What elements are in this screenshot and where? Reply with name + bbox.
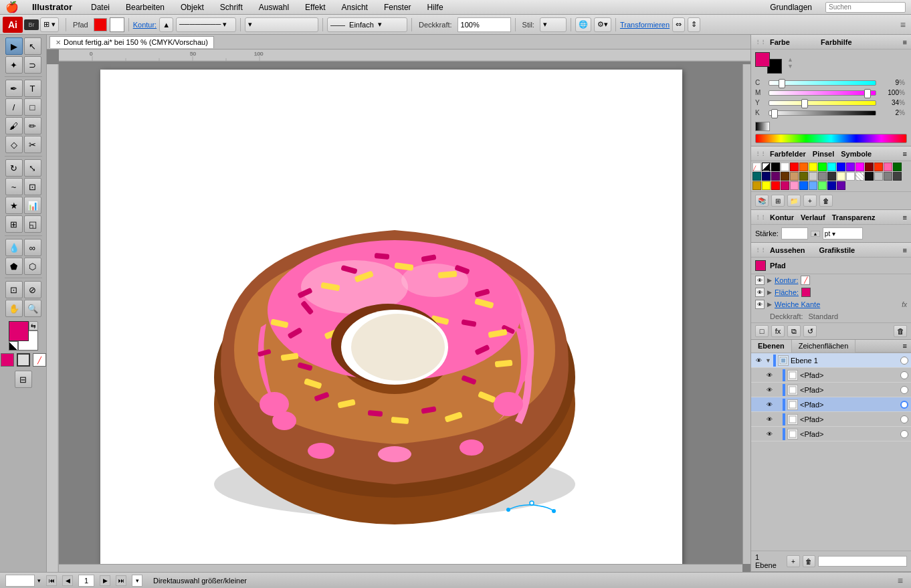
settings-icon-btn[interactable]: ⚙▾ [594,17,611,32]
eyedropper-tool[interactable]: 💧 [5,239,23,256]
horizontal-scrollbar[interactable] [59,564,742,572]
swatch-cyan[interactable] [827,163,836,171]
zeichenflachen-tab[interactable]: Zeichenflächen [792,340,856,353]
kontur-dropdown[interactable]: ──────── ▾ [176,17,236,32]
layer-pfad4[interactable]: 👁 ▶ <Pfad> [751,412,911,427]
rect-tool[interactable]: □ [24,98,41,116]
new-color-group-btn[interactable]: 📁 [787,195,801,207]
ebenen-search[interactable] [818,556,907,567]
fg-small-box[interactable] [755,52,770,67]
swatch-yellow2[interactable] [762,181,771,190]
style-dropdown[interactable]: ▾ [245,17,318,32]
delete-layer-btn[interactable]: 🗑 [803,555,815,567]
swatch-dotted[interactable] [855,172,864,181]
type-tool[interactable]: T [24,80,41,97]
starke-input[interactable] [781,227,808,239]
magic-wand-tool[interactable]: ✦ [5,56,23,74]
line-tool[interactable]: / [5,98,23,116]
lasso-tool[interactable]: ⊃ [24,56,41,74]
swatch-red[interactable] [790,163,799,171]
add-new-fill-btn[interactable]: □ [755,325,769,337]
zoom-input[interactable]: 150% [5,575,35,587]
farbfelder-tab[interactable]: Farbfelder [770,150,806,158]
none-icon[interactable]: ╱ [33,353,46,367]
panel-options-right[interactable]: ≡ [898,575,903,586]
pfad5-name[interactable]: <Pfad> [800,430,898,438]
layer-pfad5[interactable]: 👁 ▶ <Pfad> [751,427,911,442]
apple-menu[interactable]: 🍎 [5,1,19,13]
k-slider-track[interactable] [769,110,876,116]
warp-tool[interactable]: ~ [5,178,23,195]
pencil-tool[interactable]: ✏ [24,117,41,134]
new-swatch-btn[interactable]: + [803,195,817,207]
color-panel-header[interactable]: ⋮⋮ Farbe Farbhilfe ≡ [751,35,911,50]
pfad1-vis-eye[interactable]: 👁 [765,371,774,380]
aussehen-kontur-redx[interactable]: ╱ [801,276,810,285]
scale-tool[interactable]: ⤡ [24,159,41,177]
fill-icon[interactable] [1,353,14,367]
swatch-gradient[interactable] [762,163,771,171]
pfad5-vis-eye[interactable]: 👁 [765,429,774,439]
delete-swatch-btn[interactable]: 🗑 [819,195,833,207]
pinsel-tab[interactable]: Pinsel [813,150,834,158]
aussehen-flache-label[interactable]: Fläche: [775,288,799,296]
direct-selection-tool[interactable]: ↖ [24,37,41,55]
aussehen-weiche-label[interactable]: Weiche Kante [775,300,820,308]
swatch-pink[interactable] [884,163,892,171]
swatch-black2[interactable] [865,172,874,181]
menu-hilfe[interactable]: Hilfe [425,1,446,13]
globe-icon-btn[interactable]: 🌐 [575,17,591,32]
m-slider-thumb[interactable] [864,89,871,98]
swatch-green[interactable] [818,163,827,171]
scissors-tool[interactable]: ✂ [24,136,41,153]
layer-pfad2[interactable]: 👁 ▶ <Pfad> [751,383,911,397]
zoom-dropdown-arrow[interactable]: ▾ [37,577,41,584]
pfad2-vis-eye[interactable]: 👁 [765,385,774,395]
menu-bearbeiten[interactable]: Bearbeiten [123,1,167,13]
selection-tool[interactable]: ▶ [5,37,23,55]
ebenen-panel-menu[interactable]: ≡ [899,340,911,353]
stroke-type-dropdown[interactable]: ——Einfach▾ [327,17,407,32]
nav-next-btn[interactable]: ▶ [100,575,110,586]
farbe-tab[interactable]: Farbe [770,38,815,46]
pfad1-target[interactable] [900,371,908,379]
swatch-navy[interactable] [762,172,771,181]
pfad4-target[interactable] [900,415,908,423]
swatches-panel-menu[interactable]: ≡ [903,150,907,158]
menu-auswahl[interactable]: Auswahl [256,1,292,13]
canvas[interactable]: 0 50 100 [47,50,750,572]
perspective-tool[interactable]: ⬡ [24,258,41,275]
nav-prev-btn[interactable]: ◀ [62,575,73,586]
swatch-50[interactable] [884,172,892,181]
m-slider-track[interactable] [769,90,876,96]
verlauf-tab[interactable]: Verlauf [801,213,825,221]
swatches-panel-header[interactable]: ⋮⋮ Farbfelder Pinsel Symbole ≡ [751,146,911,161]
aussehen-flache-eye[interactable]: 👁 [755,288,765,297]
kontur-tab[interactable]: Kontur [770,213,794,221]
reset-colors-btn[interactable] [9,341,18,351]
swatch-tan[interactable] [790,172,799,181]
hand-tool[interactable]: ✋ [5,300,23,317]
transparenz-tab[interactable]: Transparenz [832,213,876,221]
pfad2-target[interactable] [900,386,908,394]
swatch-25[interactable] [874,172,883,181]
new-layer-btn[interactable]: + [787,555,799,567]
swatch-lt-gray[interactable] [809,172,817,181]
swatch-75[interactable] [893,172,902,181]
stroke-icon[interactable] [17,353,30,367]
starke-up-btn[interactable]: ▲ [811,231,820,237]
layer-ebene1[interactable]: 👁 ▼ Ebene 1 [751,353,911,368]
swatch-blue2[interactable] [799,181,808,190]
donut-illustration[interactable] [167,123,635,524]
swatch-purple[interactable] [771,172,780,181]
pen-tool[interactable]: ✒ [5,80,23,97]
kontur-panel-menu[interactable]: ≡ [903,213,907,221]
aussehen-kontur-expand[interactable]: ▶ [767,277,772,284]
paintbrush-tool[interactable]: 🖌 [5,117,23,134]
blend-tool[interactable]: ∞ [24,239,41,256]
swatch-dk-gray[interactable] [827,172,836,181]
deckkraft-input[interactable]: 100% [458,17,511,32]
clear-appearance-btn[interactable]: ↺ [803,325,817,337]
delete-item-btn[interactable]: 🗑 [894,325,907,337]
free-transform-tool[interactable]: ⊡ [24,178,41,195]
